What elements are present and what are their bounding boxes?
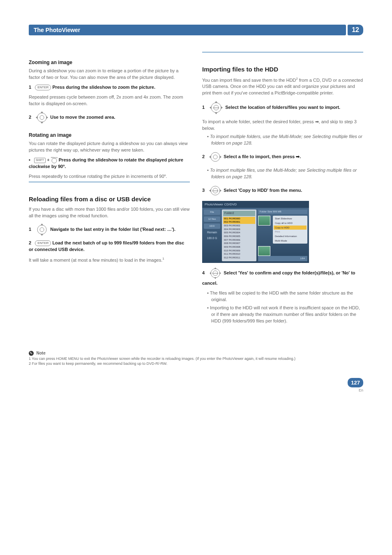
step-text: Load the next batch of up to 999 files/9…: [29, 240, 184, 252]
svg-marker-22: [220, 156, 221, 158]
nav-enter-icon: ENTER: [208, 184, 222, 198]
bullet-marker: •: [29, 157, 30, 162]
import-step-2: 2 Select a file to import, then press ➡.: [202, 150, 363, 164]
list-item: 007 PIOR0006: [223, 238, 255, 242]
ss-counter: 1/84: [258, 256, 307, 261]
step-text: Press during the slideshow to zoom the p…: [52, 85, 155, 90]
plus-sign: +: [47, 157, 51, 162]
import-step-3: 3 ENTER Select 'Copy to HDD' from the me…: [202, 184, 363, 198]
nav-circle-icon: [208, 150, 222, 164]
ss-sidebar-hdd: HDD: [204, 223, 220, 229]
svg-text:ENTER: ENTER: [212, 190, 218, 192]
ss-title: PhotoViewer CD/DVD: [202, 201, 309, 208]
svg-text:ENTER: ENTER: [213, 107, 219, 109]
import-step2-bullet: • To import multiple files, use the Mult…: [207, 167, 363, 180]
ss-folder-tab: Folder2: [223, 211, 255, 216]
svg-marker-27: [220, 189, 221, 192]
enter-button-icon: ENTER: [35, 240, 51, 246]
import-heading: Importing files to the HDD: [202, 65, 363, 74]
ss-sidebar-remain: Remain: [207, 230, 217, 235]
svg-point-20: [213, 155, 217, 159]
menu-detailed-info: Detailed Information: [274, 234, 307, 239]
nav-circle-icon: [35, 111, 49, 124]
shift-button-icon: SHIFT: [34, 158, 46, 163]
reload-intro: If you have a disc with more than 1000 f…: [29, 206, 190, 219]
page-number: 127: [348, 378, 363, 387]
list-item: 003 PIOR0002: [223, 224, 255, 228]
svg-point-8: [37, 225, 46, 234]
step-number: 3: [202, 188, 205, 193]
step-number: 2: [29, 115, 31, 120]
rotate-bullet: • SHIFT + ANGLE Press during the slidesh…: [29, 157, 190, 170]
bullet-text: Importing to the HDD will not work if th…: [210, 305, 360, 323]
nav-circle-icon: [35, 223, 49, 237]
svg-marker-32: [214, 277, 217, 279]
import-step-1: 1 ENTER Select the location of folders/f…: [202, 100, 363, 115]
thumbnail-icon: [258, 246, 270, 256]
step-number: 1: [29, 85, 31, 90]
import-step-4: 4 ENTER Select 'Yes' to confirm and copy…: [202, 266, 363, 287]
list-item: 006 PIOR0005: [223, 235, 255, 238]
enter-button-icon: ENTER: [35, 85, 51, 90]
reload-heading: Reloading files from a disc or USB devic…: [29, 195, 190, 204]
svg-point-9: [40, 228, 44, 232]
note-title: Note: [37, 351, 46, 355]
chapter-number: 12: [348, 25, 363, 35]
menu-copy-to-hdd: Copy to HDD: [274, 226, 307, 230]
step-number: 4: [202, 270, 205, 275]
rotate-intro: You can rotate the displayed picture dur…: [29, 140, 190, 154]
list-item: 012 PIOR0011: [223, 256, 255, 260]
list-item: 010 PIOR0009: [223, 249, 255, 253]
zoom-step-1: 1 ENTER Press during the slideshow to zo…: [29, 84, 190, 91]
list-item: 008 PIOR0007: [223, 242, 255, 245]
svg-marker-26: [209, 189, 211, 192]
ss-sidebar-files: 12 files: [204, 216, 220, 222]
header-bar: The PhotoViewer 12: [29, 25, 363, 35]
svg-marker-16: [215, 113, 217, 114]
step-number: 1: [29, 227, 31, 232]
note-header: ✎ Note: [29, 351, 363, 356]
menu-multi-mode: Multi-Mode: [274, 239, 307, 243]
zoom-step-2: 2 Use to move the zoomed area.: [29, 111, 190, 124]
ss-sidebar: File 12 files HDD Remain 100.0 G: [204, 210, 220, 261]
import-step1-bullet: • To import multiple folders, use the Mu…: [207, 134, 363, 147]
rotate-after: Press repeatedly to continue rotating th…: [29, 173, 190, 180]
nav-enter-icon: ENTER: [208, 266, 222, 280]
reload-step-1: 1 Navigate to the last entry in the fold…: [29, 223, 190, 237]
reload-step2-after: It will take a moment (at most a few min…: [29, 256, 190, 264]
step-text: Select 'Yes' to confirm and copy the fol…: [202, 270, 355, 286]
import-intro: You can import files and save them to th…: [202, 76, 363, 97]
svg-point-1: [40, 115, 44, 120]
header-title: The PhotoViewer: [29, 25, 346, 35]
step-text: Use to move the zoomed area.: [50, 115, 115, 120]
bullet-text: To import multiple files, use the Multi-…: [210, 168, 357, 179]
step-text: Select a file to import, then press ➡.: [224, 154, 301, 159]
list-item: 011 PIOR0010: [223, 252, 255, 256]
svg-marker-10: [41, 223, 43, 225]
ss-right-panel: Folder Size 999 MB Start Slideshow Copy …: [258, 210, 307, 261]
list-item: 002 PIOR0001: [223, 220, 255, 224]
svg-marker-11: [41, 234, 43, 236]
ss-sidebar-file: File: [204, 210, 220, 215]
right-column: Importing files to the HDD You can impor…: [202, 52, 363, 326]
ss-folder-size: Folder Size 999 MB: [258, 210, 307, 214]
svg-marker-3: [41, 122, 43, 124]
svg-point-0: [37, 113, 46, 122]
nav-enter-icon: ENTER: [208, 100, 224, 115]
svg-marker-2: [41, 111, 43, 113]
footnote-ref: 1: [162, 257, 164, 260]
step-text: Navigate to the last entry in the folder…: [50, 227, 175, 232]
page-lang: En: [29, 388, 363, 392]
step-text: Select the location of folders/files you…: [225, 105, 340, 110]
svg-text:ANGLE: ANGLE: [51, 157, 58, 159]
import-step4-bullet2: • Importing to the HDD will not work if …: [207, 305, 363, 325]
bullet-text: The files will be copied to the HDD with…: [210, 290, 353, 302]
thumbnail-icon: [258, 216, 270, 226]
svg-marker-18: [221, 106, 223, 109]
footnote-2: 2 For files you want to keep permanently…: [29, 362, 363, 366]
svg-marker-15: [215, 101, 217, 103]
step-number: 2: [202, 154, 205, 159]
svg-marker-21: [209, 156, 211, 158]
reload-step-2: 2 ENTER Load the next batch of up to 999…: [29, 240, 190, 253]
note-icon: ✎: [29, 351, 34, 356]
